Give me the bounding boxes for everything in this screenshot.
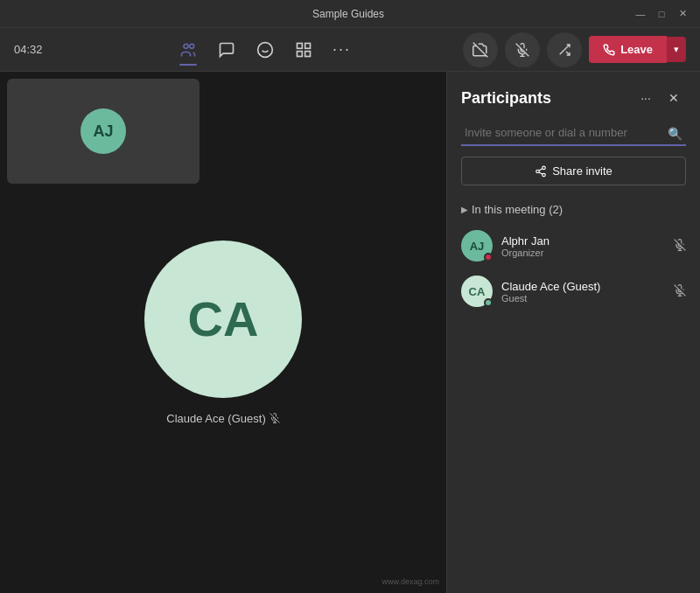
aj-info: Alphr Jan Organizer [501,234,665,258]
aj-name: Alphr Jan [501,234,665,248]
svg-point-20 [542,173,546,177]
camera-toggle-button[interactable] [463,32,498,67]
more-toolbar-button[interactable]: ··· [325,32,360,67]
participant-item-ca[interactable]: CA Claude Ace (Guest) Guest [447,269,700,314]
section-header: ▶ In this meeting (2) [447,199,700,223]
aj-mic-off-icon [674,239,686,254]
ca-mic-off-icon [674,284,686,299]
muted-label-icon [270,413,280,423]
mic-off-icon [515,43,529,57]
rooms-toolbar-button[interactable] [286,32,321,67]
aj-role: Organizer [501,248,665,258]
leave-label: Leave [620,43,653,56]
svg-rect-5 [297,43,302,48]
svg-point-18 [542,166,546,170]
call-timer: 04:32 [14,43,66,56]
aj-status-dot [484,253,493,262]
toolbar-right: Leave ▾ [463,32,686,67]
ca-status-dot [484,298,493,307]
rooms-icon [295,41,312,59]
aj-initials: AJ [470,240,485,253]
panel-header-icons: ··· ✕ [634,86,686,110]
ca-name: Claude Ace (Guest) [501,280,665,293]
close-button[interactable]: ✕ [676,7,690,21]
search-icon: 🔍 [668,127,682,141]
aj-participant-avatar: AJ [461,230,493,262]
aj-avatar: AJ [80,108,126,154]
participants-icon [179,41,197,59]
main-content: AJ CA Claude Ace (Guest) www.dexag.com P… [0,72,700,593]
participants-toolbar-button[interactable] [171,32,206,67]
window-title: Sample Guides [63,8,634,20]
share-invite-button[interactable]: Share invite [461,157,686,185]
search-box: 🔍 [461,121,686,146]
svg-point-1 [189,44,193,48]
maximize-button[interactable]: □ [654,7,668,21]
reactions-icon [256,41,274,59]
more-dots-icon: ··· [332,40,351,59]
leave-button[interactable]: Leave [589,36,667,63]
leave-button-wrapper[interactable]: Leave ▾ [589,36,686,63]
panel-title: Participants [461,89,551,108]
svg-rect-6 [304,43,310,48]
svg-line-9 [473,42,488,57]
panel-header: Participants ··· ✕ [447,72,700,121]
ca-avatar-large: CA [144,241,302,398]
svg-line-21 [539,171,542,173]
svg-rect-8 [304,51,310,56]
chat-toolbar-button[interactable] [209,32,244,67]
section-label: In this meeting (2) [472,203,563,216]
svg-rect-7 [297,51,302,56]
svg-line-22 [539,168,542,170]
window-controls[interactable]: — □ ✕ [634,7,690,21]
participants-panel: Participants ··· ✕ 🔍 Share invite ▶ [446,72,700,593]
participant-item-aj[interactable]: AJ Alphr Jan Organizer [447,223,700,269]
ca-initials: CA [469,285,486,298]
svg-point-0 [184,44,188,48]
ca-participant-label: Claude Ace (Guest) [166,412,279,425]
video-area: AJ CA Claude Ace (Guest) www.dexag.com [0,72,446,593]
large-video-container: CA Claude Ace (Guest) [144,241,302,425]
section-chevron-icon: ▶ [461,205,468,214]
svg-point-2 [257,42,272,57]
ca-role: Guest [501,293,665,303]
search-input[interactable] [461,121,686,146]
phone-icon [603,44,615,56]
panel-more-button[interactable]: ··· [634,86,658,110]
watermark: www.dexag.com [382,577,439,586]
minimize-button[interactable]: — [634,7,648,21]
share-invite-icon [535,165,547,178]
ca-participant-avatar: CA [461,276,493,307]
toolbar: 04:32 [0,28,700,72]
leave-chevron-button[interactable]: ▾ [667,37,686,62]
svg-point-19 [536,170,540,173]
share-screen-icon [557,43,571,57]
ca-info: Claude Ace (Guest) Guest [501,280,665,303]
reactions-toolbar-button[interactable] [248,32,283,67]
panel-close-button[interactable]: ✕ [662,86,686,110]
chat-icon [218,41,235,59]
mic-toggle-button[interactable] [505,32,540,67]
small-video-tile: AJ [7,79,200,184]
camera-off-icon [472,42,488,58]
toolbar-center: ··· [66,32,463,67]
ca-name-label: Claude Ace (Guest) [166,412,265,425]
share-invite-label: Share invite [552,164,612,178]
titlebar: Sample Guides — □ ✕ [0,0,700,28]
share-button[interactable] [547,32,582,67]
